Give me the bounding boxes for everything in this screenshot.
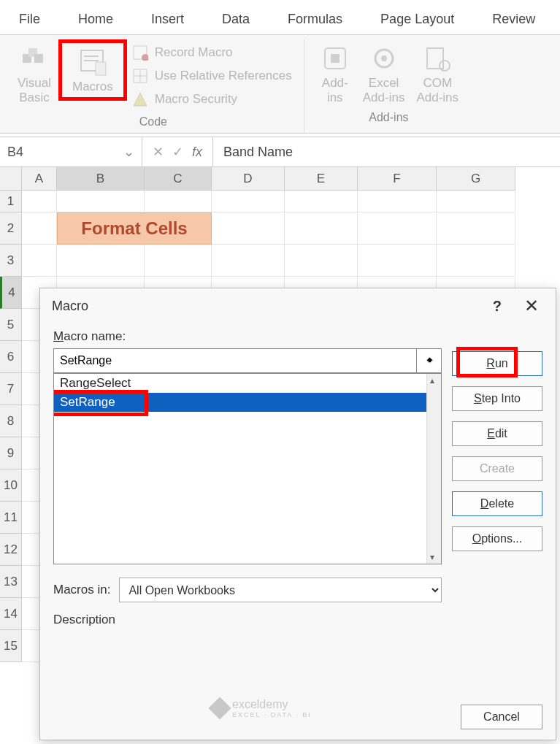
close-icon[interactable]: ✕ <box>519 296 544 316</box>
reference-collapse-icon[interactable]: 🠹 <box>417 348 442 373</box>
description-label: Description <box>53 613 442 627</box>
macros-in-label: Macros in: <box>53 583 110 597</box>
macro-security-button[interactable]: Macro Security <box>131 91 292 108</box>
cell[interactable] <box>22 191 57 212</box>
watermark: exceldemyEXCEL · DATA · BI <box>212 698 312 718</box>
macros-button[interactable]: Macros <box>58 39 127 101</box>
cell[interactable] <box>57 245 145 277</box>
row-header[interactable]: 14 <box>0 598 22 630</box>
use-relative-button[interactable]: Use Relative References <box>131 67 292 85</box>
visual-basic-icon <box>18 42 50 74</box>
row-header[interactable]: 3 <box>0 245 22 277</box>
macro-name-input[interactable] <box>53 348 417 373</box>
grid-icon <box>131 67 149 85</box>
macros-icon <box>77 46 109 78</box>
row-header[interactable]: 6 <box>0 341 22 373</box>
create-button: Create <box>452 456 542 481</box>
com-addins-button[interactable]: COM Add-ins <box>410 39 464 108</box>
tab-file[interactable]: File <box>0 4 59 34</box>
addins-button[interactable]: Add- ins <box>313 39 357 108</box>
row-header[interactable]: 9 <box>0 437 22 469</box>
column-header[interactable]: F <box>358 167 437 191</box>
column-header[interactable]: A <box>22 167 57 191</box>
column-header[interactable]: D <box>212 167 285 191</box>
use-relative-label: Use Relative References <box>155 69 292 83</box>
svg-point-16 <box>381 55 387 61</box>
run-button[interactable]: Run <box>452 351 542 376</box>
ribbon: Visual Basic Macros Record Macro Use Rel… <box>0 35 560 134</box>
warning-icon <box>131 91 149 108</box>
name-box-value: B4 <box>7 145 23 160</box>
tab-data[interactable]: Data <box>203 4 269 34</box>
column-header[interactable]: C <box>145 167 212 191</box>
cell[interactable] <box>212 212 285 245</box>
row-header[interactable]: 7 <box>0 373 22 405</box>
cell[interactable] <box>145 245 212 277</box>
cell[interactable] <box>437 245 515 277</box>
visual-basic-button[interactable]: Visual Basic <box>12 39 57 108</box>
row-header[interactable]: 12 <box>0 534 22 566</box>
macros-in-select[interactable]: All Open Workbooks <box>119 578 442 602</box>
svg-marker-12 <box>134 93 147 106</box>
cell[interactable] <box>437 191 515 212</box>
cell[interactable] <box>212 245 285 277</box>
macro-list[interactable]: RangeSelect SetRange <box>53 373 442 564</box>
tab-home[interactable]: Home <box>59 4 132 34</box>
cell[interactable] <box>358 245 437 277</box>
svg-rect-14 <box>331 54 340 63</box>
tab-review[interactable]: Review <box>473 4 554 34</box>
tab-insert[interactable]: Insert <box>132 4 203 34</box>
cell[interactable] <box>212 191 285 212</box>
row-header[interactable]: 11 <box>0 502 22 534</box>
record-macro-button[interactable]: Record Macro <box>131 44 292 61</box>
scrollbar[interactable] <box>426 374 441 564</box>
row-header[interactable]: 5 <box>0 309 22 341</box>
excel-addins-button[interactable]: Excel Add-ins <box>357 39 411 108</box>
cancel-button[interactable]: Cancel <box>461 705 542 729</box>
column-header[interactable]: B <box>57 167 145 191</box>
edit-button[interactable]: Edit <box>452 421 542 446</box>
row-header[interactable]: 2 <box>0 212 22 245</box>
name-box[interactable]: B4 ⌄ <box>0 137 142 166</box>
cell[interactable] <box>358 191 437 212</box>
row-header[interactable]: 4 <box>0 277 22 309</box>
step-into-button[interactable]: Step Into <box>452 386 542 411</box>
addins-icon <box>319 42 351 74</box>
cell[interactable] <box>22 245 57 277</box>
group-label-code: Code <box>139 112 167 133</box>
tab-formulas[interactable]: Formulas <box>269 4 361 34</box>
cell[interactable] <box>57 191 145 212</box>
fx-icon[interactable]: fx <box>192 145 202 160</box>
cell[interactable] <box>285 191 358 212</box>
cell[interactable] <box>145 191 212 212</box>
cancel-icon[interactable]: ✕ <box>153 144 164 160</box>
options-button[interactable]: Options... <box>452 526 542 551</box>
dialog-titlebar: Macro ? ✕ <box>40 288 556 323</box>
watermark-icon <box>208 697 231 719</box>
cell[interactable] <box>437 212 515 245</box>
delete-button[interactable]: Delete <box>452 491 542 516</box>
cell[interactable] <box>22 212 57 245</box>
column-header[interactable]: G <box>437 167 515 191</box>
ribbon-group-code: Visual Basic Macros Record Macro Use Rel… <box>3 39 304 133</box>
row-header[interactable]: 13 <box>0 566 22 598</box>
row-header[interactable]: 10 <box>0 469 22 502</box>
accept-icon[interactable]: ✓ <box>172 144 183 160</box>
com-addins-label: COM Add-ins <box>416 76 459 105</box>
cell[interactable] <box>285 212 358 245</box>
tab-page-layout[interactable]: Page Layout <box>361 4 473 34</box>
gear-icon <box>368 42 400 74</box>
help-icon[interactable]: ? <box>493 298 502 315</box>
row-header[interactable]: 15 <box>0 630 22 662</box>
column-header[interactable]: E <box>285 167 358 191</box>
record-macro-label: Record Macro <box>155 45 233 60</box>
row-header[interactable]: 1 <box>0 191 22 212</box>
cell[interactable] <box>358 212 437 245</box>
macro-list-item[interactable]: SetRange <box>54 393 441 412</box>
select-all-corner[interactable] <box>0 167 22 191</box>
cell[interactable] <box>285 245 358 277</box>
excel-addins-label: Excel Add-ins <box>363 76 405 105</box>
row-header[interactable]: 8 <box>0 405 22 437</box>
macro-list-item[interactable]: RangeSelect <box>54 374 441 393</box>
formula-value[interactable]: Band Name <box>213 145 560 160</box>
